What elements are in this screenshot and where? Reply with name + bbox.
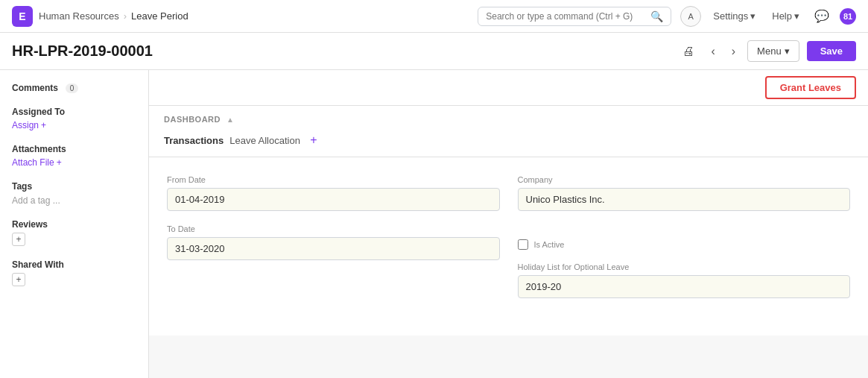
main-content: Grant Leaves DASHBOARD ▲ Transactions Le… — [149, 70, 868, 378]
app-icon: E — [12, 6, 33, 27]
nav-actions: A Settings ▾ Help ▾ 💬 81 — [680, 6, 856, 27]
notification-button[interactable]: 💬 — [811, 6, 832, 26]
is-active-checkbox[interactable] — [518, 239, 528, 250]
grant-leaves-button[interactable]: Grant Leaves — [765, 76, 856, 99]
to-date-label: To Date — [167, 224, 500, 233]
attachments-section: Attachments Attach File + — [12, 144, 136, 168]
assign-label: Assign — [12, 120, 39, 130]
comments-count: 0 — [66, 84, 79, 93]
from-date-group: From Date — [167, 175, 500, 211]
attachments-label: Attachments — [12, 144, 136, 154]
form-row-1: From Date Company — [167, 175, 850, 211]
to-date-input[interactable] — [167, 237, 500, 260]
is-active-label: Is Active — [534, 240, 565, 249]
from-date-label: From Date — [167, 175, 500, 184]
to-date-group: To Date — [167, 224, 500, 298]
transactions-row: Transactions Leave Allocation + — [164, 133, 853, 148]
from-date-input[interactable] — [167, 188, 500, 211]
attach-file-link[interactable]: Attach File + — [12, 157, 136, 168]
main-layout: Comments 0 Assigned To Assign + Attachme… — [0, 70, 868, 378]
company-input[interactable] — [518, 188, 851, 211]
settings-label: Settings — [713, 10, 748, 22]
grant-bar: Grant Leaves — [149, 70, 868, 106]
save-button[interactable]: Save — [807, 41, 856, 61]
add-review-button[interactable]: + — [12, 233, 25, 246]
settings-chevron-icon: ▾ — [750, 10, 755, 22]
chevron-right-icon: › — [732, 45, 735, 57]
comments-label: Comments — [12, 83, 58, 93]
search-input[interactable] — [486, 11, 650, 22]
reviews-label: Reviews — [12, 219, 136, 230]
assign-link[interactable]: Assign + — [12, 120, 136, 130]
search-icon: 🔍 — [650, 10, 663, 22]
holiday-list-input[interactable] — [518, 275, 851, 298]
add-tag-link[interactable]: Add a tag ... — [12, 195, 60, 206]
menu-label: Menu — [757, 45, 782, 57]
menu-button[interactable]: Menu ▾ — [747, 40, 799, 62]
breadcrumb-current: Leave Period — [131, 10, 189, 22]
comments-section: Comments 0 — [12, 82, 136, 93]
dashboard-header[interactable]: DASHBOARD ▲ — [164, 115, 853, 124]
search-bar[interactable]: 🔍 — [478, 7, 671, 26]
top-nav: E Human Resources › Leave Period 🔍 A Set… — [0, 0, 868, 33]
transactions-label: Transactions — [164, 135, 224, 146]
shared-with-label: Shared With — [12, 259, 136, 270]
notification-badge: 81 — [840, 8, 856, 25]
dashboard-section: DASHBOARD ▲ Transactions Leave Allocatio… — [149, 106, 868, 157]
assigned-to-label: Assigned To — [12, 107, 136, 117]
dashboard-label: DASHBOARD — [164, 115, 221, 124]
breadcrumb-parent[interactable]: Human Resources — [39, 10, 119, 22]
help-label: Help — [772, 10, 792, 22]
assigned-to-section: Assigned To Assign + — [12, 107, 136, 130]
print-button[interactable]: 🖨 — [678, 42, 699, 61]
attach-file-label: Attach File — [12, 157, 54, 168]
prev-button[interactable]: ‹ — [706, 42, 719, 61]
sub-header: HR-LPR-2019-00001 🖨 ‹ › Menu ▾ Save — [0, 33, 868, 70]
company-label: Company — [518, 175, 851, 184]
reviews-section: Reviews + — [12, 219, 136, 246]
menu-chevron-icon: ▾ — [785, 45, 790, 57]
print-icon: 🖨 — [682, 45, 694, 57]
add-transaction-button[interactable]: + — [306, 133, 321, 148]
breadcrumb: Human Resources › Leave Period — [39, 10, 189, 22]
next-button[interactable]: › — [727, 42, 740, 61]
dashboard-chevron-icon: ▲ — [226, 116, 234, 124]
assign-plus-icon: + — [41, 120, 46, 130]
avatar[interactable]: A — [680, 6, 701, 27]
chat-icon: 💬 — [814, 10, 829, 22]
breadcrumb-sep1: › — [124, 10, 127, 22]
plus-icon: + — [310, 133, 317, 147]
chevron-left-icon: ‹ — [711, 45, 715, 57]
form-section: From Date Company To Date Is Active — [149, 157, 868, 336]
record-title: HR-LPR-2019-00001 — [12, 42, 671, 60]
settings-button[interactable]: Settings ▾ — [709, 7, 760, 25]
help-button[interactable]: Help ▾ — [767, 7, 804, 25]
company-group: Company — [518, 175, 851, 211]
help-chevron-icon: ▾ — [794, 10, 799, 22]
holiday-list-label: Holiday List for Optional Leave — [518, 262, 851, 271]
form-row-2: To Date Is Active Holiday List for Optio… — [167, 224, 850, 298]
add-shared-button[interactable]: + — [12, 273, 25, 286]
tags-section: Tags Add a tag ... — [12, 181, 136, 206]
is-active-row: Is Active — [518, 239, 851, 250]
tags-label: Tags — [12, 181, 136, 192]
sidebar: Comments 0 Assigned To Assign + Attachme… — [0, 70, 149, 378]
is-active-holiday-group: Is Active Holiday List for Optional Leav… — [518, 224, 851, 298]
leave-allocation-button[interactable]: Leave Allocation — [229, 135, 300, 146]
shared-with-section: Shared With + — [12, 259, 136, 286]
attach-plus-icon: + — [57, 157, 62, 168]
